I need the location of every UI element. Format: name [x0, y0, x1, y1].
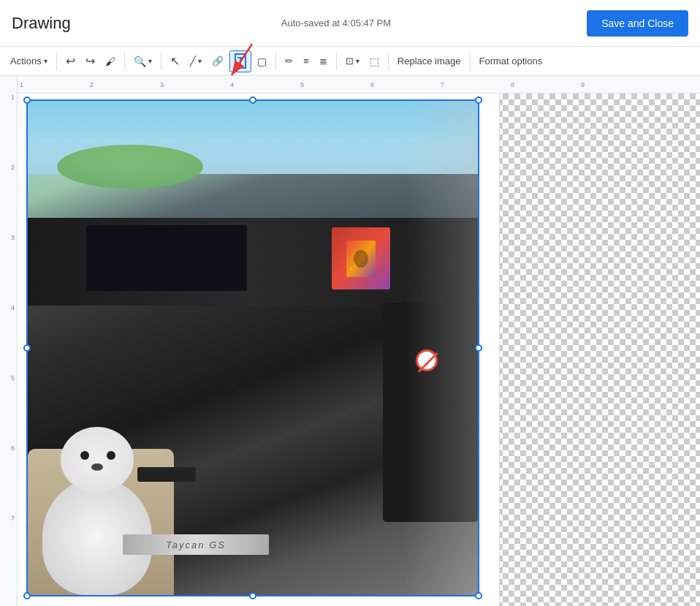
pen-tool-button[interactable]: ✏	[281, 50, 297, 72]
svg-point-3	[354, 250, 368, 268]
paint-format-icon: 🖌	[105, 56, 115, 67]
resize-handle-bottom-left[interactable]	[23, 592, 31, 599]
ruler-mark-h-4: 4	[228, 81, 298, 88]
ruler-mark-h-7: 7	[438, 81, 509, 88]
line-chevron-icon: ▾	[198, 57, 202, 65]
line-weight-icon: ≣	[319, 56, 327, 66]
toolbar-separator-2	[124, 53, 125, 70]
replace-image-label: Replace image	[397, 56, 461, 67]
format-options-button[interactable]: Format options	[475, 50, 547, 72]
line-style-icon: ≡	[303, 56, 309, 66]
toolbar-separator-1	[56, 53, 57, 70]
selected-image[interactable]: ♪	[26, 99, 479, 596]
photo-content: ♪	[28, 101, 478, 595]
header: Drawing Auto-saved at 4:05:47 PM Save an…	[0, 0, 700, 47]
ruler-mark-h-1: 1	[18, 81, 88, 88]
image-placeholder-icon: ▢	[257, 56, 267, 67]
resize-handle-top-left[interactable]	[23, 96, 31, 104]
autosave-status: Auto-saved at 4:05:47 PM	[85, 18, 587, 29]
line-weight-button[interactable]: ≣	[315, 50, 332, 72]
link-icon: 🔗	[212, 56, 224, 66]
dog-harness	[137, 467, 196, 482]
ruler-mark-h-8: 8	[509, 81, 579, 88]
no-smoking-line	[418, 352, 438, 373]
toolbar-separator-4	[275, 53, 276, 70]
replace-image-button[interactable]: Replace image	[393, 50, 465, 72]
resize-handle-middle-left[interactable]	[23, 344, 31, 352]
line-icon: ╱	[190, 56, 196, 66]
drawing-canvas[interactable]: ♪	[18, 94, 700, 606]
car-door-frame	[405, 101, 478, 595]
undo-icon: ↩	[66, 56, 75, 67]
toolbar-separator-5	[336, 53, 337, 70]
undo-button[interactable]: ↩	[61, 50, 80, 72]
ruler-mark-v-5: 5	[0, 374, 17, 444]
horizontal-ruler: 1 2 3 4 5 6 7 8 9	[18, 76, 700, 94]
actions-label: Actions	[10, 56, 42, 67]
resize-handle-bottom-center[interactable]	[249, 592, 256, 599]
textbox-tool-button[interactable]: T	[229, 50, 252, 72]
zoom-chevron-icon: ▾	[148, 57, 152, 65]
image-placeholder-button[interactable]: ▢	[253, 50, 271, 72]
album-art: ♪	[332, 227, 390, 289]
pen-icon: ✏	[285, 56, 293, 66]
crop-chevron-icon: ▾	[356, 57, 359, 65]
ruler-mark-v-2: 2	[0, 164, 17, 234]
actions-menu-button[interactable]: Actions ▾	[6, 50, 52, 72]
resize-handle-top-center[interactable]	[249, 96, 256, 104]
dog-eye-left	[80, 451, 89, 460]
toolbar: Actions ▾ ↩ ↪ 🖌 🔍 ▾ ↖ ╱ ▾ 🔗 T ▢ ✏	[0, 47, 700, 76]
redo-icon: ↪	[85, 56, 95, 67]
toolbar-separator-3	[161, 53, 161, 70]
crop-button[interactable]: ⊡ ▾	[341, 50, 364, 72]
resize-handle-top-right[interactable]	[475, 96, 482, 104]
link-button[interactable]: 🔗	[208, 50, 228, 72]
ruler-mark-h-3: 3	[158, 81, 228, 88]
line-style-button[interactable]: ≡	[299, 50, 313, 72]
toolbar-separator-7	[470, 53, 471, 70]
main-area: 1 2 3 4 5 6 7 8 9	[18, 76, 700, 606]
dog-head	[61, 427, 134, 493]
ruler-mark-h-9: 9	[579, 81, 649, 88]
ruler-mark-h-2: 2	[88, 81, 158, 88]
no-smoking-circle	[416, 349, 438, 371]
vertical-ruler: 1 2 3 4 5 6 7	[0, 76, 18, 606]
canvas-area: 1 2 3 4 5 6 7 1 2 3 4 5 6 7 8 9	[0, 76, 700, 606]
ruler-mark-h-6: 6	[368, 81, 438, 88]
no-smoking-sign	[412, 349, 441, 386]
svg-text:♪: ♪	[350, 266, 352, 270]
select-icon: ↖	[170, 56, 180, 67]
ruler-mark-v-1: 1	[0, 94, 17, 164]
car-sill-text: Taycan GS	[123, 534, 269, 555]
ruler-mark-v-7: 7	[0, 515, 17, 585]
resize-handle-bottom-right[interactable]	[475, 592, 482, 599]
ruler-mark-v-6: 6	[0, 444, 17, 515]
crop-icon: ⊡	[346, 56, 354, 66]
format-options-label: Format options	[479, 56, 543, 67]
line-tool-button[interactable]: ╱ ▾	[186, 50, 206, 72]
select-tool-button[interactable]: ↖	[166, 50, 184, 72]
actions-chevron-icon: ▾	[44, 57, 47, 65]
textbox-icon: T	[235, 53, 247, 69]
car-screen	[86, 225, 247, 291]
zoom-button[interactable]: 🔍 ▾	[129, 50, 156, 72]
zoom-icon: 🔍	[134, 56, 146, 67]
paint-format-button[interactable]: 🖌	[101, 50, 120, 72]
redo-button[interactable]: ↪	[81, 50, 99, 72]
ruler-mark-v-4: 4	[0, 304, 17, 374]
shape-icon: ⬚	[370, 56, 379, 67]
resize-handle-middle-right[interactable]	[475, 344, 482, 352]
dog-eye-right	[107, 451, 115, 460]
toolbar-separator-6	[388, 53, 389, 70]
app-title: Drawing	[12, 14, 71, 33]
ruler-mark-v-3: 3	[0, 234, 17, 304]
shape-button[interactable]: ⬚	[365, 50, 384, 72]
dog-nose	[91, 463, 103, 471]
save-and-close-button[interactable]: Save and Close	[587, 10, 688, 37]
ruler-mark-h-5: 5	[298, 81, 368, 88]
